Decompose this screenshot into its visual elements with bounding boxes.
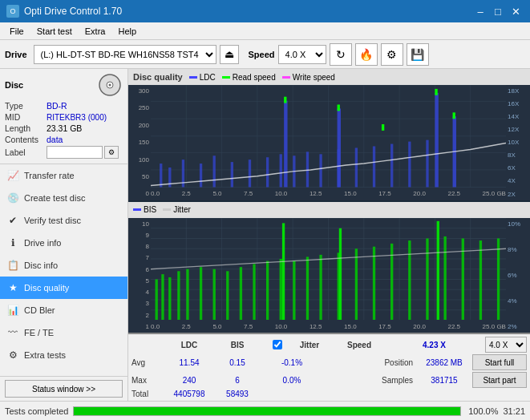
start-part-button[interactable]: Start part [472,372,527,388]
y-right-2x: 2X [506,191,530,198]
nav-item-disc-info[interactable]: 📋Disc info [0,254,127,277]
svg-rect-42 [338,105,340,111]
nav-item-fe-te[interactable]: 〰FE / TE [0,321,127,344]
type-label: Type [5,101,47,111]
nav-item-cd-bler[interactable]: 📊CD Bler [0,299,127,321]
svg-rect-41 [284,97,286,103]
lower-y-1: 1 [128,323,151,330]
svg-rect-66 [156,279,158,320]
eject-button[interactable]: ⏏ [220,45,239,64]
svg-rect-73 [226,271,229,320]
menu-bar: File Start test Extra Help [0,22,530,40]
speed-label: Speed [249,50,275,59]
time-text: 31:21 [503,406,525,416]
y-label-250: 250 [128,104,151,111]
lower-y-4: 4 [128,289,151,296]
x-20: 20.0 [413,190,426,197]
svg-rect-78 [293,260,295,320]
lower-y-right-10pct: 10% [506,220,530,228]
mid-value: RITEKBR3 (000) [47,113,123,122]
status-bar: Tests completed 100.0% 31:21 [0,401,530,420]
samples-value: 381715 [416,376,472,385]
burn-button[interactable]: 🔥 [355,43,378,66]
save-button[interactable]: 💾 [407,43,429,66]
x-7-5: 7.5 [244,190,253,197]
svg-rect-80 [319,254,322,320]
y-label-150: 150 [128,139,151,146]
svg-rect-30 [319,154,322,187]
lower-y-right-6pct: 6% [506,272,530,279]
main-content: Disc Type BD-R MID RITEKBR3 (000) Lengt [0,69,530,401]
disc-label-input[interactable] [47,146,103,159]
nav-icon-disc-quality: ★ [6,281,19,294]
refresh-button[interactable]: ↻ [330,43,352,66]
svg-rect-71 [200,267,202,320]
nav-item-disc-quality[interactable]: ★Disc quality [0,277,127,299]
lower-y-2: 2 [128,312,151,319]
speed-select[interactable]: 4.0 X [278,45,326,64]
y-label-100: 100 [128,156,151,164]
status-text: Tests completed [5,406,68,416]
max-bis: 6 [215,376,260,385]
svg-rect-83 [373,246,375,320]
drive-select[interactable]: (L:) HL-DT-ST BD-RE WH16NS58 TST4 [34,45,216,64]
svg-rect-23 [213,155,216,187]
nav-item-transfer-rate[interactable]: 📈Transfer rate [0,164,127,187]
total-bis: 58493 [215,390,260,398]
nav-item-extra-tests[interactable]: ⚙Extra tests [0,344,127,366]
svg-rect-75 [253,264,255,320]
svg-rect-26 [266,157,269,187]
close-button[interactable]: ✕ [508,3,524,19]
nav-list: 📈Transfer rate💿Create test disc✔Verify t… [0,164,127,366]
contents-value: data [47,135,123,144]
nav-icon-drive-info: ℹ [6,236,19,249]
x-0: 0.0 [151,190,160,197]
svg-rect-85 [408,240,411,320]
menu-help[interactable]: Help [111,25,143,38]
settings-button[interactable]: ⚙ [381,43,403,66]
stats-bottom: LDC BIS Jitter Speed 4.23 X 4.0 X Avg 11… [128,333,530,401]
left-panel: Disc Type BD-R MID RITEKBR3 (000) Lengt [0,69,128,401]
status-window-button[interactable]: Status window >> [5,380,123,398]
y-right-18x: 18X [506,87,530,95]
lower-y-6: 6 [128,266,151,273]
svg-rect-33 [373,147,375,188]
start-full-button[interactable]: Start full [472,354,527,370]
upper-chart-svg [151,85,506,188]
lower-chart-title-bar: BIS Jitter [128,202,530,218]
svg-rect-68 [168,277,171,320]
svg-rect-74 [240,267,242,320]
jitter-checkbox[interactable] [273,340,282,349]
y-right-6x: 6X [506,164,530,172]
nav-item-verify-test-disc[interactable]: ✔Verify test disc [0,209,127,232]
disc-label-button[interactable]: ⚙ [104,146,119,159]
x-12-5: 12.5 [310,190,322,197]
legend-read: Read speed [233,73,276,82]
length-label: Length [5,123,47,133]
upper-chart-title-bar: Disc quality LDC Read speed Write speed [128,69,530,85]
col-header-ldc: LDC [164,341,215,349]
x-15: 15.0 [344,190,357,197]
legend-write: Write speed [293,73,335,82]
svg-rect-87 [443,236,446,320]
max-jitter: 0.0% [260,376,324,385]
maximize-button[interactable]: □ [490,3,506,19]
nav-label-extra-tests: Extra tests [24,350,66,360]
lower-chart-inner: 10 9 8 7 6 5 4 3 2 1 10% 8% 6% 4% [128,218,530,333]
nav-item-create-test-disc[interactable]: 💿Create test disc [0,187,127,209]
minimize-button[interactable]: – [472,3,488,19]
nav-icon-verify-test-disc: ✔ [6,214,19,227]
speed-select-stats[interactable]: 4.0 X [485,337,527,353]
menu-extra[interactable]: Extra [79,25,112,38]
position-value: 23862 MB [416,358,472,367]
svg-rect-25 [249,160,251,187]
x-22-5: 22.5 [447,190,460,197]
svg-point-2 [109,84,111,87]
nav-icon-create-test-disc: 💿 [6,192,19,204]
menu-start-test[interactable]: Start test [30,25,79,38]
svg-rect-70 [186,269,188,320]
menu-file[interactable]: File [3,25,30,38]
nav-item-drive-info[interactable]: ℹDrive info [0,232,127,254]
total-ldc: 4405798 [164,390,215,398]
contents-label: Contents [5,135,47,144]
